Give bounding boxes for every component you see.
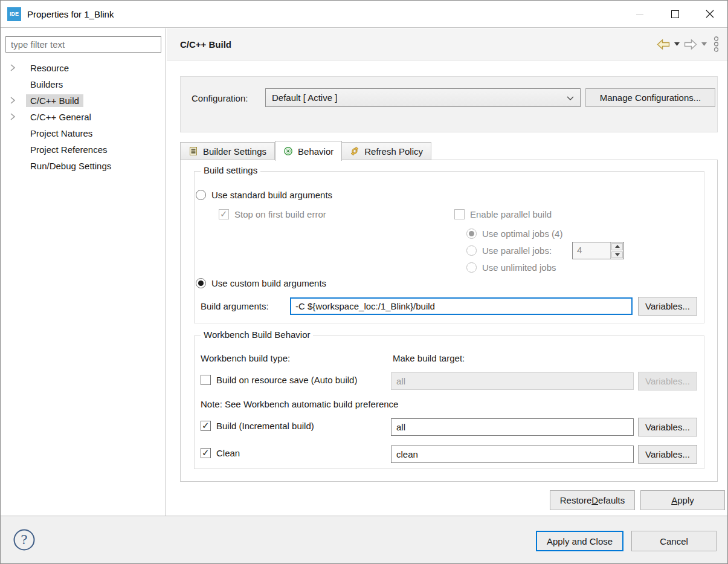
incremental-build-target-input[interactable] <box>391 418 634 436</box>
filter-input[interactable] <box>5 36 161 53</box>
checkbox-label: Build on resource save (Auto build) <box>216 375 357 385</box>
window-title: Properties for 1_Blink <box>27 9 114 19</box>
radio-icon <box>196 190 206 200</box>
column-label: Make build target: <box>393 353 465 363</box>
radio-icon <box>196 278 206 288</box>
radio-label: Use standard build arguments <box>211 190 332 200</box>
maximize-button[interactable] <box>657 1 692 27</box>
properties-sidebar: Resource Builders C/C++ Build C/C++ Gene… <box>1 28 166 516</box>
page-title: C/C++ Build <box>180 39 231 50</box>
properties-tree: Resource Builders C/C++ Build C/C++ Gene… <box>1 60 166 174</box>
minimize-button[interactable] <box>622 1 657 27</box>
sidebar-item-cpp-build[interactable]: C/C++ Build <box>1 92 166 109</box>
sidebar-item-builders[interactable]: Builders <box>1 76 166 92</box>
forward-button[interactable] <box>684 39 697 50</box>
chevron-right-icon[interactable] <box>10 97 16 104</box>
back-history-dropdown[interactable] <box>674 42 680 46</box>
use-optimal-jobs-radio: Use optimal jobs (4) <box>466 229 562 239</box>
workbench-build-behavior-group: Workbench Build Behavior Workbench build… <box>194 335 704 469</box>
tab-label: Builder Settings <box>203 146 266 157</box>
use-custom-arguments-radio[interactable]: Use custom build arguments <box>196 278 326 288</box>
build-arguments-input[interactable] <box>290 297 633 315</box>
tab-label: Behavior <box>298 146 333 157</box>
group-legend: Workbench Build Behavior <box>201 329 313 340</box>
chevron-right-icon[interactable] <box>10 113 16 120</box>
cancel-button[interactable]: Cancel <box>631 531 717 551</box>
back-button[interactable] <box>657 39 670 50</box>
button-label: Restore <box>560 495 592 505</box>
properties-dialog: { "window": { "title": "Properties for 1… <box>0 0 728 564</box>
caret-down-icon <box>674 42 680 46</box>
sidebar-item-cpp-general[interactable]: C/C++ General <box>1 109 166 125</box>
tree-item-label: Resource <box>26 62 73 74</box>
spinner-value: 4 <box>573 242 610 259</box>
caret-down-icon <box>701 42 707 46</box>
tree-item-label: Run/Debug Settings <box>26 160 115 172</box>
apply-and-close-button[interactable]: Apply and Close <box>536 531 623 551</box>
tab-label: Refresh Policy <box>364 146 423 157</box>
sidebar-item-project-references[interactable]: Project References <box>1 141 166 158</box>
radio-label: Use parallel jobs: <box>482 245 552 256</box>
variables-button-clean[interactable]: Variables... <box>638 445 697 464</box>
builder-settings-icon <box>188 146 198 156</box>
checkbox-label: Enable parallel build <box>470 209 552 219</box>
chevron-right-icon[interactable] <box>10 64 16 71</box>
use-unlimited-jobs-radio: Use unlimited jobs <box>466 262 556 273</box>
tab-builder-settings[interactable]: Builder Settings <box>180 142 275 160</box>
checkbox-icon <box>201 375 211 385</box>
radio-label: Use custom build arguments <box>211 278 326 288</box>
auto-build-checkbox[interactable]: Build on resource save (Auto build) <box>201 375 357 385</box>
button-label: pply <box>677 495 694 505</box>
property-page: C/C++ Build Configu <box>167 28 728 516</box>
checkbox-icon <box>201 448 211 458</box>
variables-button-auto-build: Variables... <box>638 372 697 391</box>
build-settings-group: Build settings Use standard build argume… <box>194 171 704 323</box>
tab-refresh-policy[interactable]: Refresh Policy <box>342 142 431 160</box>
spinner-down-button <box>611 251 623 259</box>
view-menu-button[interactable] <box>714 36 719 53</box>
spinner-buttons <box>610 242 623 259</box>
tree-item-label: C/C++ General <box>26 111 95 123</box>
page-header: C/C++ Build <box>167 28 728 60</box>
note-text: Note: See Workbench automatic build pref… <box>201 399 398 409</box>
refresh-icon <box>350 146 359 156</box>
enable-parallel-build-checkbox: Enable parallel build <box>454 209 552 219</box>
sidebar-item-project-natures[interactable]: Project Natures <box>1 125 166 141</box>
use-standard-arguments-radio[interactable]: Use standard build arguments <box>196 190 332 200</box>
incremental-build-checkbox[interactable]: Build (Incremental build) <box>201 421 314 431</box>
tree-item-label: Project Natures <box>26 127 97 140</box>
clean-checkbox[interactable]: Clean <box>201 448 240 458</box>
configuration-combo-value: Default [ Active ] <box>272 92 337 103</box>
checkbox-icon <box>454 209 465 219</box>
help-icon: ? <box>13 528 36 551</box>
button-label: efaults <box>598 495 625 505</box>
workbench-note: Note: See Workbench automatic build pref… <box>201 399 398 409</box>
variables-button-incremental[interactable]: Variables... <box>638 418 697 436</box>
configuration-group: Configuration: Default [ Active ] Manage… <box>180 76 718 132</box>
manage-configurations-button[interactable]: Manage Configurations... <box>585 88 715 107</box>
sidebar-item-run-debug-settings[interactable]: Run/Debug Settings <box>1 158 166 174</box>
window-controls <box>622 1 727 27</box>
restore-defaults-button[interactable]: Restore Defaults <box>550 490 635 510</box>
auto-build-target-input <box>391 372 634 390</box>
radio-icon <box>466 245 477 256</box>
minimize-icon <box>636 14 643 15</box>
forward-history-dropdown[interactable] <box>701 42 707 46</box>
button-mnemonic: D <box>591 495 598 505</box>
close-button[interactable] <box>692 1 727 27</box>
clean-target-input[interactable] <box>391 446 634 463</box>
back-arrow-icon <box>657 39 670 50</box>
parallel-jobs-spinner: 4 <box>572 242 624 259</box>
checkbox-icon <box>201 421 211 431</box>
use-parallel-jobs-radio: Use parallel jobs: <box>466 245 552 256</box>
configuration-combo[interactable]: Default [ Active ] <box>265 88 581 107</box>
title-bar: IDE Properties for 1_Blink <box>1 1 727 28</box>
apply-button[interactable]: Apply <box>640 490 725 510</box>
tab-behavior[interactable]: Behavior <box>275 141 342 161</box>
help-button[interactable]: ? <box>13 528 36 551</box>
variables-button-build-args[interactable]: Variables... <box>638 297 697 316</box>
radio-icon <box>466 229 477 239</box>
configuration-label: Configuration: <box>192 93 248 103</box>
sidebar-item-resource[interactable]: Resource <box>1 60 166 76</box>
view-menu-icon <box>714 36 719 53</box>
